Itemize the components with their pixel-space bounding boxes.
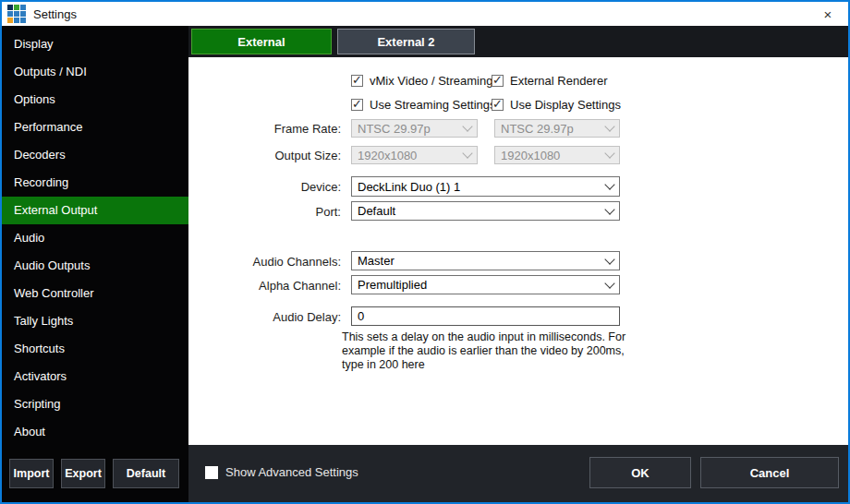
sidebar-item-about[interactable]: About bbox=[2, 418, 188, 446]
checkbox-icon[interactable] bbox=[351, 99, 363, 111]
frame-rate-select-1: NTSC 29.97p bbox=[351, 119, 478, 138]
checkbox-icon[interactable] bbox=[205, 466, 218, 479]
export-button[interactable]: Export bbox=[61, 459, 105, 488]
sidebar-item-options[interactable]: Options bbox=[2, 86, 188, 114]
sidebar-item-scripting[interactable]: Scripting bbox=[2, 390, 188, 418]
frame-rate-label: Frame Rate: bbox=[190, 122, 341, 136]
sidebar-item-tally-lights[interactable]: Tally Lights bbox=[2, 307, 188, 335]
default-button[interactable]: Default bbox=[113, 459, 179, 488]
output-size-select-1: 1920x1080 bbox=[351, 146, 478, 164]
cancel-button[interactable]: Cancel bbox=[700, 457, 839, 488]
sidebar-item-decoders[interactable]: Decoders bbox=[2, 141, 188, 169]
sidebar-item-audio[interactable]: Audio bbox=[2, 224, 188, 252]
port-label: Port: bbox=[190, 205, 341, 219]
vmix-logo-icon bbox=[7, 5, 26, 23]
external-output-form: vMix Video / Streaming External Renderer… bbox=[188, 57, 848, 445]
sidebar-item-recording[interactable]: Recording bbox=[2, 169, 188, 197]
tab-strip: External External 2 bbox=[188, 26, 848, 57]
chevron-down-icon bbox=[462, 121, 472, 131]
chevron-down-icon bbox=[604, 121, 614, 131]
sidebar-item-activators[interactable]: Activators bbox=[2, 363, 188, 390]
checkbox-use-display-settings[interactable]: Use Display Settings bbox=[492, 98, 621, 112]
alpha-channel-label: Alpha Channel: bbox=[190, 279, 341, 293]
footer-bar: Show Advanced Settings OK Cancel bbox=[188, 445, 848, 502]
frame-rate-select-2: NTSC 29.97p bbox=[494, 119, 620, 138]
audio-delay-input[interactable] bbox=[351, 306, 620, 326]
chevron-down-icon bbox=[604, 204, 614, 214]
sidebar-item-display[interactable]: Display bbox=[2, 30, 188, 58]
output-size-label: Output Size: bbox=[190, 149, 341, 162]
audio-channels-select[interactable]: Master bbox=[351, 251, 620, 270]
port-select[interactable]: Default bbox=[351, 201, 620, 221]
sidebar-item-shortcuts[interactable]: Shortcuts bbox=[2, 335, 188, 363]
window-title: Settings bbox=[33, 7, 77, 21]
alpha-channel-select[interactable]: Premultiplied bbox=[351, 275, 620, 294]
sidebar-item-outputs-ndi[interactable]: Outputs / NDI bbox=[2, 58, 188, 86]
checkbox-icon[interactable] bbox=[351, 75, 363, 87]
audio-delay-label: Audio Delay: bbox=[190, 310, 341, 324]
device-select[interactable]: DeckLink Duo (1) 1 bbox=[351, 176, 620, 197]
title-bar: Settings × bbox=[2, 2, 848, 26]
checkbox-use-streaming-settings[interactable]: Use Streaming Settings bbox=[351, 98, 496, 112]
sidebar-item-performance[interactable]: Performance bbox=[2, 114, 188, 141]
device-label: Device: bbox=[190, 180, 341, 194]
settings-window: Settings × Display Outputs / NDI Options… bbox=[0, 0, 850, 504]
close-icon[interactable]: × bbox=[808, 2, 848, 26]
chevron-down-icon bbox=[604, 179, 614, 189]
import-button[interactable]: Import bbox=[9, 459, 54, 488]
tab-external[interactable]: External bbox=[191, 29, 332, 54]
sidebar-item-web-controller[interactable]: Web Controller bbox=[2, 280, 188, 307]
chevron-down-icon bbox=[462, 148, 472, 158]
audio-delay-help-text: This sets a delay on the audio input in … bbox=[342, 330, 630, 372]
output-size-select-2: 1920x1080 bbox=[494, 146, 620, 164]
ok-button[interactable]: OK bbox=[589, 457, 691, 488]
checkbox-icon[interactable] bbox=[492, 99, 504, 111]
chevron-down-icon bbox=[604, 254, 614, 264]
audio-channels-label: Audio Channels: bbox=[190, 255, 341, 269]
checkbox-icon[interactable] bbox=[492, 75, 504, 87]
chevron-down-icon bbox=[604, 278, 614, 288]
chevron-down-icon bbox=[604, 148, 614, 158]
sidebar-item-external-output[interactable]: External Output bbox=[2, 197, 188, 224]
show-advanced-settings-checkbox[interactable]: Show Advanced Settings bbox=[205, 465, 358, 479]
checkbox-external-renderer[interactable]: External Renderer bbox=[492, 74, 608, 88]
checkbox-vmix-video-streaming[interactable]: vMix Video / Streaming bbox=[351, 74, 492, 88]
settings-sidebar: Display Outputs / NDI Options Performanc… bbox=[2, 26, 188, 502]
tab-external-2[interactable]: External 2 bbox=[337, 29, 475, 54]
sidebar-item-audio-outputs[interactable]: Audio Outputs bbox=[2, 252, 188, 280]
